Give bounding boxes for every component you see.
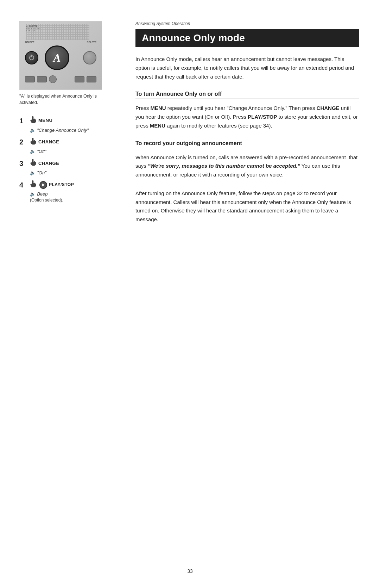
step-1-text: "Change Announce Only" bbox=[37, 128, 89, 133]
intro-text: In Announce Only mode, callers hear an a… bbox=[135, 55, 359, 81]
section-label: Answering System Operation bbox=[135, 21, 359, 26]
step-3: 3 CHANGE 🔈 "On" bbox=[19, 159, 118, 175]
device-button-labels: ON/OFF DELETE bbox=[25, 41, 96, 43]
step-2-number: 2 bbox=[19, 138, 27, 146]
delete-button bbox=[83, 51, 96, 64]
step-1-finger-icon bbox=[29, 116, 36, 125]
step-3-finger-icon bbox=[29, 159, 36, 168]
step-1: 1 MENU 🔈 "Change Announce Only" bbox=[19, 116, 118, 133]
right-column: Answering System Operation Announce Only… bbox=[128, 21, 359, 567]
left-column: ●● DIGITAL ANSWERINGSYSTEM ON/OFF DELETE… bbox=[19, 21, 128, 567]
page-title: Announce Only mode bbox=[135, 29, 359, 47]
subsection-1-text: Press MENU repeatedly until you hear "Ch… bbox=[135, 104, 359, 130]
step-1-number: 1 bbox=[19, 117, 27, 125]
subsection-2-para1: When Announce Only is turned on, calls a… bbox=[135, 153, 359, 179]
ctrl-btn-1 bbox=[25, 76, 35, 82]
device-logo: ●● DIGITAL ANSWERINGSYSTEM bbox=[26, 25, 40, 32]
step-4: 4 Play/Stop 🔈 Beep (Option selec bbox=[19, 180, 118, 203]
step-4-finger-icon bbox=[29, 180, 36, 190]
subsection-2: To record your outgoing announcement Whe… bbox=[135, 140, 359, 224]
ctrl-btn-2 bbox=[37, 76, 47, 82]
step-4-text: Beep bbox=[37, 191, 48, 197]
step-2-label: CHANGE bbox=[38, 139, 59, 145]
step-4-content: 🔈 Beep (Option selected). bbox=[30, 191, 118, 203]
step-2: 2 CHANGE 🔈 "Off" bbox=[19, 138, 118, 154]
device-bottom-controls bbox=[25, 75, 96, 83]
step-4-play-icon bbox=[39, 181, 47, 189]
subsection-2-title: To record your outgoing announcement bbox=[135, 140, 359, 148]
svg-marker-0 bbox=[42, 184, 45, 186]
step-2-text: "Off" bbox=[37, 149, 46, 154]
step-4-subtext: (Option selected). bbox=[30, 198, 63, 203]
step-4-speaker-icon: 🔈 bbox=[30, 191, 36, 197]
subsection-2-para2: After turning on the Announce Only featu… bbox=[135, 189, 359, 224]
step-4-number: 4 bbox=[19, 181, 27, 189]
step-1-content: 🔈 "Change Announce Only" bbox=[30, 127, 118, 133]
subsection-1: To turn Announce Only on or off Press ME… bbox=[135, 91, 359, 130]
step-4-label: Play/Stop bbox=[49, 182, 74, 188]
step-3-speaker-icon: 🔈 bbox=[30, 170, 36, 175]
page-number: 33 bbox=[187, 568, 193, 574]
step-3-content: 🔈 "On" bbox=[30, 169, 118, 175]
step-3-number: 3 bbox=[19, 159, 27, 168]
step-2-finger-icon bbox=[29, 138, 36, 147]
ctrl-btn-4 bbox=[87, 76, 96, 82]
step-1-speaker-icon: 🔈 bbox=[30, 128, 36, 133]
step-1-label: MENU bbox=[38, 118, 52, 124]
a-button: A bbox=[45, 45, 69, 70]
step-3-text: "On" bbox=[37, 170, 46, 175]
device-image: ●● DIGITAL ANSWERINGSYSTEM ON/OFF DELETE… bbox=[19, 21, 102, 90]
ctrl-btn-round bbox=[49, 75, 57, 83]
step-3-label: CHANGE bbox=[38, 161, 59, 167]
ctrl-btn-3 bbox=[75, 76, 84, 82]
device-buttons-row: A bbox=[25, 45, 96, 70]
onoff-button bbox=[25, 51, 38, 64]
step-2-speaker-icon: 🔈 bbox=[30, 149, 36, 154]
step-2-content: 🔈 "Off" bbox=[30, 148, 118, 154]
image-caption: "A" is displayed when Announce Only is a… bbox=[19, 93, 100, 106]
subsection-1-title: To turn Announce Only on or off bbox=[135, 91, 359, 99]
